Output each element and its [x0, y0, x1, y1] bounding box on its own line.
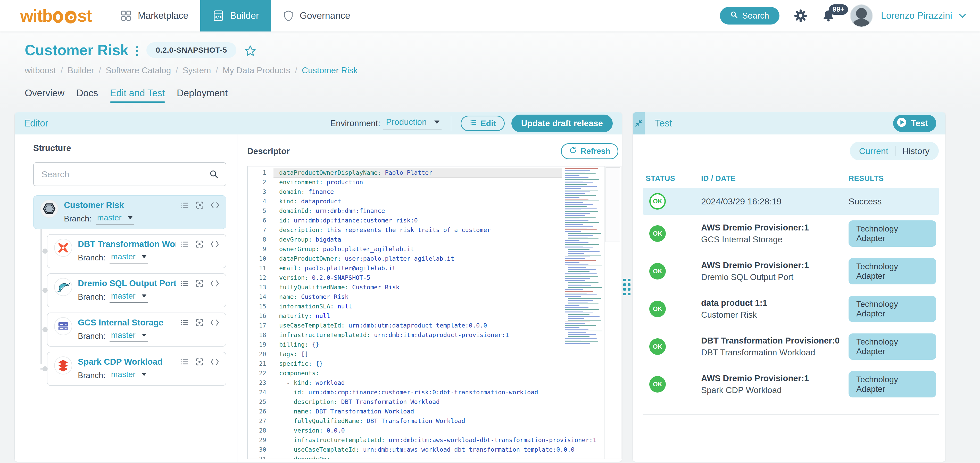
- details-button[interactable]: [180, 318, 189, 327]
- witboost-logo[interactable]: witbst: [20, 7, 92, 24]
- result-component: DBT Transformation Workload: [701, 348, 848, 358]
- branch-label: Branch:: [64, 214, 92, 224]
- settings-button[interactable]: [793, 8, 808, 23]
- focus-button[interactable]: [196, 240, 204, 248]
- list-icon: [469, 118, 477, 128]
- minimap-line: [568, 253, 584, 254]
- details-button[interactable]: [181, 201, 189, 209]
- details-button[interactable]: [180, 279, 189, 287]
- minimap-line: [565, 313, 593, 313]
- nav-item-marketplace[interactable]: Marketplace: [108, 0, 200, 32]
- result-status-badge: OK: [649, 301, 666, 317]
- result-badge-cell: Technology Adapter: [848, 258, 936, 284]
- minimap-line: [565, 343, 590, 344]
- breadcrumb-item-software-catalog[interactable]: Software Catalog: [106, 65, 171, 75]
- branch-select[interactable]: master: [110, 252, 148, 263]
- minimap-line: [565, 220, 589, 221]
- view-option-current[interactable]: Current: [859, 146, 888, 156]
- view-toggle-row: CurrentHistory: [643, 142, 939, 160]
- breadcrumb-item-witboost[interactable]: witboost: [25, 65, 56, 75]
- page-title: Customer Risk: [25, 43, 128, 57]
- panel-resize-handle[interactable]: [623, 279, 630, 295]
- result-row-spark-cdp-workload[interactable]: OKAWS Dremio Provisioner:1Spark CDP Work…: [643, 366, 939, 403]
- focus-icon: [196, 358, 204, 366]
- tree-item-spark-cdp-workload[interactable]: Spark CDP WorkloadBranch:master: [47, 352, 226, 386]
- branch-select[interactable]: master: [110, 370, 148, 381]
- star-favorite-icon[interactable]: [244, 45, 256, 57]
- collapse-panel-button[interactable]: [633, 112, 645, 134]
- minimap-line: [568, 271, 590, 272]
- branch-select[interactable]: master: [110, 330, 148, 342]
- branch-select[interactable]: master: [110, 291, 148, 303]
- details-button[interactable]: [180, 240, 189, 248]
- code-scrollbar-thumb[interactable]: [606, 167, 620, 242]
- result-row-dbt-transformation-workload[interactable]: OKDBT Transformation Provisioner:0DBT Tr…: [643, 328, 939, 366]
- result-rows: OKAWS Dremio Provisioner:1GCS Internal S…: [643, 215, 939, 403]
- focus-button[interactable]: [196, 201, 204, 209]
- page-head: Customer Risk 0.2.0-SNAPSHOT-5 witboost/…: [0, 42, 980, 103]
- nav-item-label: Marketplace: [138, 10, 188, 21]
- focus-button[interactable]: [196, 318, 204, 327]
- focus-button[interactable]: [196, 358, 204, 366]
- view-code-button[interactable]: [210, 319, 219, 326]
- view-option-history[interactable]: History: [902, 146, 929, 156]
- column-header-status: STATUS: [646, 174, 701, 183]
- environment-select[interactable]: Production: [383, 117, 442, 130]
- view-code-button[interactable]: [210, 358, 219, 366]
- code-minimap[interactable]: [564, 168, 603, 346]
- tree-root-customer-risk[interactable]: Customer RiskBranch:master: [33, 195, 226, 229]
- yaml-code-editor[interactable]: 1dataProductOwnerDisplayName: Paolo Plat…: [247, 166, 622, 459]
- user-avatar[interactable]: [850, 5, 873, 27]
- tab-deployment[interactable]: Deployment: [177, 88, 228, 103]
- focus-button[interactable]: [196, 279, 204, 287]
- result-row-gcs-internal-storage[interactable]: OKAWS Dremio Provisioner:1GCS Internal S…: [643, 215, 939, 252]
- code-text: domainId: urn:dmb:dmn:finance: [279, 206, 385, 216]
- nav-item-builder[interactable]: </>Builder: [200, 0, 271, 32]
- minimap-line: [568, 249, 590, 250]
- technology-adapter-badge: Technology Adapter: [848, 220, 936, 247]
- tree-item-dbt-transformation-worklo[interactable]: DBT Transformation Worklo...Branch:maste…: [47, 234, 226, 268]
- tree-item-gcs-internal-storage[interactable]: GCS Internal StorageBranch:master: [47, 313, 226, 346]
- breadcrumb-item-customer-risk[interactable]: Customer Risk: [302, 65, 358, 75]
- chevron-down-icon[interactable]: [958, 11, 967, 21]
- tab-docs[interactable]: Docs: [76, 88, 98, 103]
- nav-item-governance[interactable]: Governance: [271, 0, 362, 32]
- tree-item-dremio-sql-output-port[interactable]: Dremio SQL Output PortBranch:master: [47, 273, 226, 307]
- view-code-button[interactable]: [210, 280, 219, 287]
- minimap-line: [568, 334, 596, 335]
- grid-icon: [120, 10, 132, 22]
- caret-down-icon: [142, 373, 146, 376]
- structure-search-input[interactable]: [41, 169, 206, 180]
- column-header-results: RESULTS: [848, 174, 936, 183]
- result-row-customer-risk[interactable]: OKdata product 1:1Customer RiskTechnolog…: [643, 290, 939, 328]
- branch-label: Branch:: [78, 371, 105, 380]
- view-code-button[interactable]: [211, 201, 220, 209]
- result-component: Dremio SQL Output Port: [701, 272, 848, 282]
- breadcrumb-item-my-data-products[interactable]: My Data Products: [223, 65, 290, 75]
- tab-edit-and-test[interactable]: Edit and Test: [110, 88, 165, 103]
- result-row-dremio-sql-output-port[interactable]: OKAWS Dremio Provisioner:1Dremio SQL Out…: [643, 252, 939, 290]
- run-test-button[interactable]: Test: [893, 115, 936, 132]
- branch-label: Branch:: [78, 332, 105, 341]
- details-button[interactable]: [180, 358, 189, 366]
- breadcrumb-item-builder[interactable]: Builder: [68, 65, 94, 75]
- minimap-line: [565, 226, 593, 227]
- user-name[interactable]: Lorenzo Pirazzini: [881, 10, 952, 21]
- refresh-button[interactable]: Refresh: [561, 143, 618, 159]
- update-draft-release-button[interactable]: Update draft release: [511, 115, 613, 132]
- kebab-menu-icon[interactable]: [136, 46, 138, 56]
- test-run-row[interactable]: OK 2024/03/29 16:28:19 Success: [643, 188, 939, 215]
- minimap-line: [565, 173, 596, 174]
- notifications-button[interactable]: 99+: [822, 9, 835, 22]
- minimap-line: [565, 172, 585, 172]
- branch-select[interactable]: master: [95, 213, 134, 225]
- search-button[interactable]: Search: [720, 7, 780, 24]
- minimap-line: [568, 298, 601, 299]
- code-scrollbar[interactable]: [605, 166, 621, 458]
- tab-overview[interactable]: Overview: [25, 88, 64, 103]
- branch-value: master: [111, 252, 135, 262]
- code-text: specific: {}: [279, 359, 323, 369]
- breadcrumb-item-system[interactable]: System: [183, 65, 211, 75]
- edit-button[interactable]: Edit: [461, 116, 504, 131]
- view-code-button[interactable]: [210, 241, 219, 248]
